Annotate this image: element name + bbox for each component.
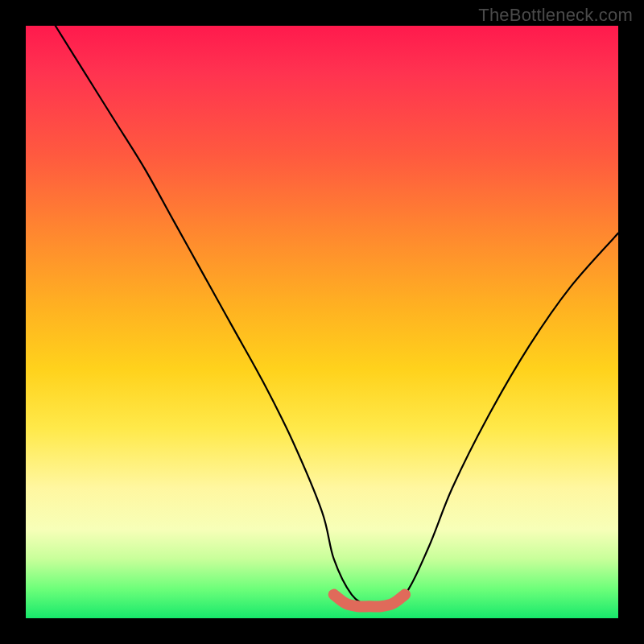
- red-band: [334, 595, 405, 607]
- curve-layer: [26, 26, 618, 618]
- chart-frame: TheBottleneck.com: [0, 0, 644, 644]
- plot-area: [26, 26, 618, 618]
- watermark-text: TheBottleneck.com: [478, 5, 633, 26]
- black-curve: [56, 26, 618, 608]
